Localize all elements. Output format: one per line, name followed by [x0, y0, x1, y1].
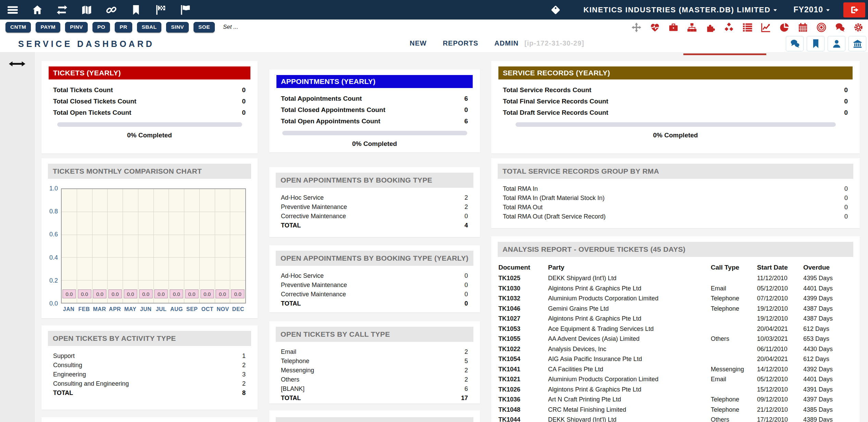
move-icon[interactable] [632, 23, 641, 32]
stat-label: Total Appointments Count [281, 95, 362, 102]
gear-icon[interactable] [854, 23, 863, 32]
data-label: 0.0 [216, 289, 229, 298]
item-label: Total RMA In [503, 185, 538, 193]
quick-button[interactable]: SBAL [137, 22, 162, 33]
cubes-icon[interactable] [724, 23, 734, 32]
cell-overdue: 4391 Days [803, 386, 853, 393]
cell-party: AIG Asia Pacific Insurance Pte Ltd [548, 356, 711, 363]
table-row[interactable]: TK1041 CA Facilities Pte Ltd Messenging … [498, 364, 853, 375]
nav-admin[interactable]: ADMIN [494, 39, 519, 47]
table-row[interactable]: TK1026 Algintons Print & Graphics Pte Lt… [498, 385, 853, 395]
table-row[interactable]: TK1025 DEKK Shipyard (Int'l) Ltd 11/12/2… [498, 273, 853, 284]
table-row[interactable]: TK1048 CRC Metal Finishing Limited Telep… [498, 405, 853, 415]
total-row: TOTAL4 [281, 221, 468, 230]
data-label: 0.0 [62, 289, 76, 298]
quick-button[interactable]: PO [92, 22, 110, 33]
table-row[interactable]: TK1046 Gemini Grains Pte Ltd Telephone 1… [498, 304, 853, 314]
link-icon[interactable] [106, 5, 116, 15]
table-row[interactable]: TK1027 Algintons Print & Graphics Pte Lt… [498, 314, 853, 324]
sitemap-icon[interactable] [687, 23, 697, 32]
host-label: [ip-172-31-30-29] [524, 39, 584, 47]
call-type-rows: Email2Telephone5Messenging2Others2[BLANK… [281, 347, 468, 394]
quick-button[interactable]: PR [115, 22, 132, 33]
user-button[interactable] [828, 36, 845, 51]
table-row[interactable]: TK1030 Algintons Print & Graphics Pte Lt… [498, 284, 853, 294]
briefcase-icon[interactable] [669, 23, 678, 32]
quick-button[interactable]: PINV [65, 22, 88, 33]
bookmark-icon[interactable] [131, 5, 141, 15]
stat-row: Total Closed Appointments Count0 [281, 104, 468, 115]
chart-column: 0.0 [92, 189, 108, 303]
stat-value: 6 [464, 95, 468, 102]
chart-column: 0.0 [169, 189, 184, 303]
quick-button[interactable]: SINV [166, 22, 189, 33]
calendar-icon[interactable] [798, 23, 808, 32]
cell-call-type: Telephone [711, 305, 757, 312]
chart-column: 0.0 [230, 189, 245, 303]
puzzle-icon[interactable] [706, 23, 715, 32]
list-icon[interactable] [743, 23, 752, 32]
chart-y-axis: 1.00.80.60.40.20.0 [41, 188, 58, 303]
progress-bar [57, 122, 242, 127]
panel-header: TICKETS MONTHLY COMPARISON CHART [48, 164, 251, 179]
user-icon [832, 39, 841, 48]
item-label: Messenging [281, 367, 314, 374]
fiscal-year-selector[interactable]: FY2010 [793, 5, 830, 14]
chart-line-icon[interactable] [761, 23, 771, 32]
panel-header: ANALYSIS REPORT - OVERDUE TICKETS (45 DA… [498, 242, 853, 257]
module-icon-bar [632, 20, 863, 35]
list-item: Preventive Maintenance0 [281, 281, 468, 290]
quick-button[interactable]: PAYM [36, 22, 60, 33]
sign-out-icon [850, 5, 859, 14]
company-selector[interactable]: KINETICS INDUSTRIES (MASTER.DB) LIMITED [583, 5, 777, 14]
item-value: 2 [464, 203, 468, 211]
item-label: Ad-Hoc Service [281, 194, 324, 201]
map-icon[interactable] [82, 5, 92, 15]
bookmark-button[interactable] [807, 36, 824, 51]
flag-checkered-icon[interactable] [156, 5, 166, 15]
cell-call-type: Others [711, 335, 757, 343]
nav-reports[interactable]: REPORTS [443, 39, 479, 47]
table-row[interactable]: TK1036 Art N Craft Printing Pte Ltd Tele… [498, 395, 853, 405]
set-link[interactable]: Set ... [223, 24, 238, 30]
cell-overdue: 612 Days [803, 325, 853, 333]
quick-button[interactable]: SOE [194, 22, 215, 33]
pie-chart-icon[interactable] [780, 23, 789, 32]
resize-arrow-icon[interactable] [9, 60, 25, 68]
table-row[interactable]: TK1021 Aluminium Products Corporation Li… [498, 374, 853, 385]
active-tab-indicator [683, 53, 766, 55]
flag-icon[interactable] [180, 5, 190, 15]
quick-button[interactable]: CNTM [5, 22, 31, 33]
x-tick: JUL [153, 306, 169, 312]
comments-icon[interactable] [835, 23, 845, 32]
table-row[interactable]: TK1022 Analysis Devices, Inc 06/11/2010 … [498, 344, 853, 355]
table-row[interactable]: TK1032 Aluminium Products Corporation Li… [498, 294, 853, 304]
data-label: 0.0 [154, 289, 168, 298]
cell-call-type: Telephone [711, 295, 757, 302]
stat-row: Total Final Service Records Count0 [503, 96, 848, 107]
chat-button[interactable] [786, 36, 804, 51]
data-label: 0.0 [170, 289, 183, 298]
x-tick: MAR [92, 306, 107, 312]
menu-icon[interactable] [8, 5, 18, 15]
header-button-group [786, 36, 866, 51]
nav-new[interactable]: NEW [410, 39, 427, 47]
exchange-icon[interactable] [57, 5, 67, 15]
table-row[interactable]: TK1044 DEKK Shipyard (Int'l) Ltd Others … [498, 415, 853, 422]
podcast-icon[interactable] [817, 23, 826, 32]
item-label: Email [281, 348, 296, 356]
stat-value: 0 [844, 98, 848, 105]
table-row[interactable]: TK1053 Ace Equipment & Trading Services … [498, 324, 853, 334]
bank-button[interactable] [848, 36, 866, 51]
cell-party: CA Facilities Pte Ltd [548, 366, 711, 373]
column-header: Call Type [711, 264, 757, 271]
item-value: 2 [464, 194, 468, 201]
heartbeat-icon[interactable] [650, 23, 660, 32]
table-row[interactable]: TK1054 AIG Asia Pacific Insurance Pte Lt… [498, 354, 853, 364]
cell-call-type: Email [711, 285, 757, 292]
logout-button[interactable] [843, 2, 865, 17]
column-header: Overdue [803, 264, 853, 271]
table-row[interactable]: TK1055 AA Advent Devices (Asia) Limited … [498, 334, 853, 344]
home-icon[interactable] [32, 5, 42, 15]
item-value: 0 [464, 291, 468, 298]
